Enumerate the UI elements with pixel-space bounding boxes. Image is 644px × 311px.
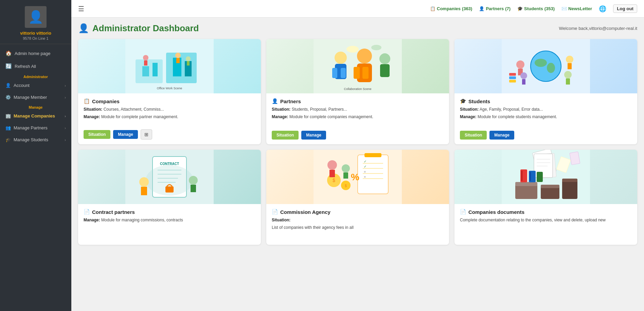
svg-point-19 (357, 49, 372, 63)
svg-rect-43 (509, 80, 516, 83)
svg-rect-4 (153, 63, 158, 76)
companies-manage-button[interactable]: Manage (113, 130, 138, 139)
partners-title-icon: 👤 (272, 98, 278, 104)
chevron-right-icon-3: › (65, 114, 66, 118)
sidebar-item-manage-member[interactable]: ⚙️ Manage Member › (0, 91, 71, 103)
companies-manage-text: Manage: Module for complete partner mana… (84, 114, 255, 120)
partners-topbar-link[interactable]: 👤 Partners (7) (479, 6, 511, 11)
svg-point-9 (175, 53, 181, 58)
svg-rect-96 (570, 152, 580, 165)
partners-card-image: Collaboration Scene (266, 39, 449, 93)
svg-point-31 (535, 59, 547, 67)
commission-agency-card-footer (266, 237, 449, 245)
sidebar-item-manage-partners[interactable]: 👥 Manage Partners › (0, 122, 71, 134)
students-situation-button[interactable]: Situation (460, 131, 487, 140)
companies-add-button[interactable]: ⊞ (141, 129, 152, 140)
svg-rect-56 (165, 186, 174, 193)
students-topbar-label: Students (524, 6, 543, 11)
contract-partners-card-title: 📄 Contract partners (84, 209, 255, 215)
companies-card-footer: Situation Manage ⊞ (78, 126, 261, 144)
svg-point-35 (566, 56, 573, 63)
topbar: ☰ 📋 Companies (363) 👤 Partners (7) 🎓 Stu… (71, 0, 644, 18)
user-avatar-icon: 👤 (28, 10, 43, 24)
companies-documents-manage-text: Complete documentation relating to the c… (460, 217, 632, 223)
companies-situation-button[interactable]: Situation (84, 130, 110, 139)
companies-title-icon: 📋 (84, 98, 90, 104)
sidebar-item-manage-students[interactable]: 🎓 Manage Students › (0, 134, 71, 146)
page-title-text: Administrator Dashboard (92, 23, 199, 34)
partners-card-footer: Situation Manage (266, 127, 449, 144)
students-topbar-count: (353) (544, 6, 555, 11)
sidebar-manage-label: Manage (0, 103, 71, 110)
main-area: ☰ 📋 Companies (363) 👤 Partners (7) 🎓 Stu… (71, 0, 644, 311)
companies-topbar-label: Companies (437, 6, 461, 11)
companies-card: Office Work Scene 📋 Companies Situation:… (78, 39, 261, 144)
sidebar-item-account-label: Account (14, 83, 30, 88)
svg-point-74 (342, 164, 350, 172)
companies-card-body: 📋 Companies Situation: Courses, Attachme… (78, 93, 261, 126)
students-card-body: 🎓 Students Situation: Age, Family, Propo… (454, 93, 637, 127)
cards-grid: Office Work Scene 📋 Companies Situation:… (78, 39, 637, 245)
contract-title-text: Contract partners (92, 209, 135, 215)
students-manage-text: Manage: Module for complete students man… (460, 114, 632, 120)
companies-documents-card-title: 📄 Companies documents (460, 209, 632, 215)
svg-rect-18 (341, 68, 346, 78)
people-icon: 👥 (5, 125, 11, 130)
svg-point-33 (516, 60, 524, 69)
companies-topbar-icon: 📋 (430, 6, 435, 11)
students-topbar-link[interactable]: 🎓 Students (353) (517, 6, 555, 11)
documents-illustration (502, 150, 590, 204)
companies-documents-card-footer (454, 237, 637, 245)
companies-topbar-link[interactable]: 📋 Companies (363) (430, 6, 472, 11)
svg-rect-40 (522, 79, 525, 85)
chevron-right-icon-5: › (65, 138, 66, 142)
partners-title-text: Partners (280, 98, 301, 104)
svg-rect-94 (537, 172, 543, 182)
sidebar-item-manage-companies[interactable]: 🏢 Manage Companies › (0, 110, 71, 122)
students-topbar-icon: 🎓 (517, 6, 523, 11)
logout-button[interactable]: Log out (613, 4, 637, 13)
companies-illustration: Office Work Scene (125, 39, 214, 93)
newsletter-topbar-label: NewsLetter (568, 6, 592, 11)
students-manage-button[interactable]: Manage (489, 131, 514, 140)
sidebar-nav: 🏠 Admin home page 🔄 Refresh All Administ… (0, 44, 71, 148)
svg-rect-58 (358, 155, 388, 194)
svg-point-26 (371, 45, 381, 50)
svg-rect-17 (332, 68, 337, 78)
svg-rect-86 (541, 186, 559, 199)
svg-rect-85 (515, 182, 537, 186)
hamburger-icon[interactable]: ☰ (78, 5, 84, 13)
svg-text:Collaboration Scene: Collaboration Scene (344, 87, 371, 91)
students-title-text: Students (468, 98, 490, 104)
translate-icon[interactable]: 🌐 (599, 5, 606, 13)
svg-rect-53 (141, 187, 147, 195)
avatar: 👤 (25, 6, 47, 28)
svg-text:%: % (351, 172, 359, 182)
students-card-footer: Situation Manage (454, 127, 637, 144)
companies-title-text: Companies (92, 98, 120, 104)
chevron-right-icon-4: › (65, 126, 66, 130)
partners-situation-button[interactable]: Situation (272, 131, 299, 140)
newsletter-topbar-link[interactable]: ✉️ NewsLetter (561, 6, 592, 11)
sidebar-header: 👤 vittorio vittorio 9578 On Line 1 (0, 0, 71, 44)
contract-manage-text: Manage: Module for managing commissions,… (84, 217, 255, 223)
students-card-image (454, 39, 637, 93)
commission-title-icon: 📄 (272, 209, 278, 215)
commission-manage-text: List of companies with their agency fees… (272, 224, 444, 231)
svg-text:$: $ (333, 178, 335, 183)
svg-point-39 (520, 72, 527, 79)
sidebar-item-account[interactable]: 👤 Account › (0, 79, 71, 91)
sidebar-item-refresh-all[interactable]: 🔄 Refresh All (0, 60, 71, 73)
partners-manage-button[interactable]: Manage (301, 131, 326, 140)
home-icon: 🏠 (5, 50, 12, 56)
commission-agency-card: ✓ ✓ ○ ○ $ $ (266, 150, 449, 245)
svg-rect-38 (566, 78, 570, 85)
companies-documents-card-body: 📄 Companies documents Complete documenta… (454, 204, 637, 237)
welcome-text: Welcome back,vittorio@computer-real.it (559, 26, 637, 31)
sidebar-item-manage-companies-label: Manage Companies (14, 113, 55, 118)
svg-point-23 (379, 53, 390, 64)
partners-card: Collaboration Scene 👤 Partners Situation… (266, 39, 449, 144)
sidebar-item-admin-home[interactable]: 🏠 Admin home page (0, 47, 71, 60)
companies-situation-text: Situation: Courses, Attachment, Commiss.… (84, 106, 255, 112)
contract-partners-card-footer (78, 237, 261, 245)
